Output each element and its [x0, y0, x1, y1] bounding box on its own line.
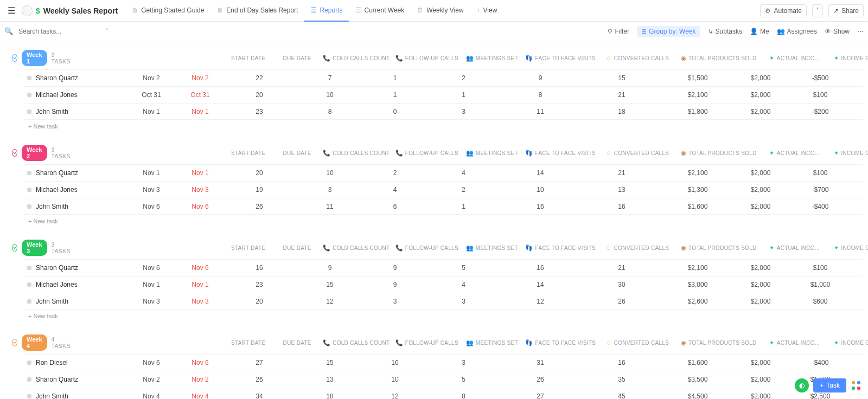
cell-ff[interactable]: 2	[425, 74, 502, 82]
table-row[interactable]: Sharon QuartzNov 2Nov 226131052635$3,500…	[24, 371, 863, 388]
column-header-cv[interactable]: ☺CONVERTED CALLS	[599, 149, 675, 157]
cell-ig[interactable]: $2,000	[730, 392, 791, 399]
column-header-cc[interactable]: 📞COLD CALLS COUNT	[321, 339, 392, 346]
cell-cc[interactable]: 20	[224, 91, 295, 99]
cell-due[interactable]: Nov 6	[176, 264, 224, 272]
cell-ig[interactable]: $2,000	[730, 298, 791, 305]
column-header-start[interactable]: START DATE	[224, 149, 273, 157]
cell-ai[interactable]: $2,100	[665, 91, 730, 99]
tab-weekly-view[interactable]: 🗓Weekly View	[411, 0, 470, 22]
cell-fu[interactable]: 7	[295, 74, 365, 82]
cell-cv[interactable]: 14	[502, 281, 578, 288]
filter-subtasks[interactable]: ↳Subtasks	[708, 28, 742, 35]
cell-due[interactable]: Oct 31	[176, 91, 224, 99]
column-header-ai[interactable]: ✦ACTUAL INCO...	[762, 244, 827, 252]
column-header-start[interactable]: START DATE	[224, 54, 273, 62]
column-header-tp[interactable]: ◉TOTAL PRODUCTS SOLD	[675, 244, 762, 252]
status-square[interactable]	[27, 110, 31, 114]
cell-gd[interactable]: -$500	[791, 74, 850, 82]
cell-fu[interactable]: 8	[295, 108, 365, 115]
cell-cc[interactable]: 22	[224, 74, 295, 82]
new-task-button[interactable]: + New task	[10, 310, 863, 319]
column-header-fu[interactable]: 📞FOLLOW-UP CALLS	[392, 54, 462, 62]
cell-mt[interactable]: 0	[365, 108, 425, 115]
cell-tp[interactable]: 13	[578, 186, 665, 194]
column-header-start[interactable]: START DATE	[224, 244, 273, 252]
table-row[interactable]: Michael JonesNov 1Nov 12315941430$3,000$…	[24, 276, 863, 293]
cell-gd[interactable]: -$700	[791, 186, 850, 194]
cell-cc[interactable]: 23	[224, 281, 295, 288]
cell-ai[interactable]: $3,500	[665, 376, 730, 383]
cell-mt[interactable]: 10	[365, 376, 425, 383]
cell-ai[interactable]: $2,100	[665, 169, 730, 177]
cell-mt[interactable]: 2	[365, 169, 425, 177]
share-button[interactable]: ↗ Share	[828, 4, 864, 17]
column-header-due[interactable]: DUE DATE	[273, 244, 321, 252]
cell-fu[interactable]: 10	[295, 169, 365, 177]
cell-start[interactable]: Nov 6	[126, 203, 176, 210]
column-header-ai[interactable]: ✦ACTUAL INCO...	[762, 149, 827, 157]
table-row[interactable]: Michael JonesOct 31Oct 31201011821$2,100…	[24, 86, 863, 103]
cell-tp[interactable]: 35	[578, 376, 665, 383]
cell-ig[interactable]: $2,000	[730, 203, 791, 210]
filter-group-by-week[interactable]: ⊞Group by: Week	[637, 26, 700, 37]
space-avatar[interactable]	[22, 5, 33, 16]
cell-cv[interactable]: 9	[502, 74, 578, 82]
cell-start[interactable]: Nov 4	[126, 392, 176, 399]
cell-ai[interactable]: $1,800	[665, 108, 730, 115]
cell-due[interactable]: Nov 1	[176, 169, 224, 177]
column-header-due[interactable]: DUE DATE	[273, 339, 321, 346]
cell-tp[interactable]: 21	[578, 264, 665, 272]
status-square[interactable]	[27, 76, 31, 80]
cell-start[interactable]: Nov 2	[126, 74, 176, 82]
status-square[interactable]	[27, 188, 31, 192]
cell-tp[interactable]: 16	[578, 359, 665, 366]
column-header-tp[interactable]: ◉TOTAL PRODUCTS SOLD	[675, 54, 762, 62]
cell-cc[interactable]: 20	[224, 298, 295, 305]
cell-start[interactable]: Nov 3	[126, 298, 176, 305]
cell-ff[interactable]: 5	[425, 264, 502, 272]
cell-mt[interactable]: 6	[365, 203, 425, 210]
cell-ig[interactable]: $2,000	[730, 281, 791, 288]
status-square[interactable]	[27, 299, 31, 304]
status-square[interactable]	[27, 394, 31, 398]
cell-fu[interactable]: 11	[295, 203, 365, 210]
cell-cc[interactable]: 23	[224, 108, 295, 115]
cell-gd[interactable]: $100	[791, 264, 850, 272]
cell-ig[interactable]: $2,000	[730, 264, 791, 272]
column-header-mt[interactable]: 👥MEETINGS SET	[462, 339, 522, 346]
column-header-ig[interactable]: ✦INCOME GOAL	[827, 54, 868, 62]
column-header-cc[interactable]: 📞COLD CALLS COUNT	[321, 149, 392, 157]
column-header-tp[interactable]: ◉TOTAL PRODUCTS SOLD	[675, 149, 762, 157]
cell-due[interactable]: Nov 4	[176, 392, 224, 399]
cell-ai[interactable]: $2,600	[665, 298, 730, 305]
cell-ig[interactable]: $2,000	[730, 186, 791, 194]
cell-cv[interactable]: 27	[502, 392, 578, 399]
cell-cv[interactable]: 14	[502, 169, 578, 177]
cell-ai[interactable]: $3,000	[665, 281, 730, 288]
cell-gd[interactable]: -$200	[791, 108, 850, 115]
cell-tp[interactable]: 21	[578, 91, 665, 99]
cell-mt[interactable]: 16	[365, 359, 425, 366]
cell-ig[interactable]: $2,000	[730, 108, 791, 115]
cell-gd[interactable]: $100	[791, 91, 850, 99]
cell-mt[interactable]: 1	[365, 74, 425, 82]
table-row[interactable]: Michael JonesNov 3Nov 3193421013$1,300$2…	[24, 181, 863, 198]
cell-start[interactable]: Nov 1	[126, 169, 176, 177]
column-header-cv[interactable]: ☺CONVERTED CALLS	[599, 54, 675, 62]
cell-cv[interactable]: 31	[502, 359, 578, 366]
cell-cc[interactable]: 20	[224, 169, 295, 177]
cell-ff[interactable]: 3	[425, 359, 502, 366]
cell-gd[interactable]: $1,000	[791, 281, 850, 288]
table-row[interactable]: John SmithNov 4Nov 434181282745$4,500$2,…	[24, 388, 863, 399]
cell-tp[interactable]: 18	[578, 108, 665, 115]
cell-start[interactable]: Nov 1	[126, 108, 176, 115]
cell-due[interactable]: Nov 3	[176, 186, 224, 194]
automate-dropdown[interactable]: ˅	[812, 4, 823, 17]
apps-fab[interactable]	[851, 380, 861, 391]
cell-mt[interactable]: 12	[365, 392, 425, 399]
cell-due[interactable]: Nov 1	[176, 281, 224, 288]
filter-more[interactable]: ⋯	[857, 28, 864, 35]
column-header-fu[interactable]: 📞FOLLOW-UP CALLS	[392, 244, 462, 252]
collapse-toggle[interactable]	[12, 339, 17, 346]
